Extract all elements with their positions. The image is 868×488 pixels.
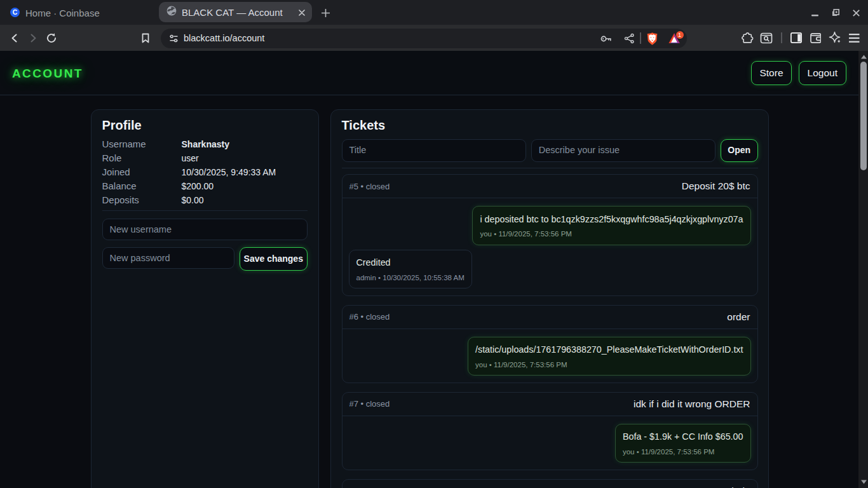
svg-text:C: C: [13, 8, 18, 16]
